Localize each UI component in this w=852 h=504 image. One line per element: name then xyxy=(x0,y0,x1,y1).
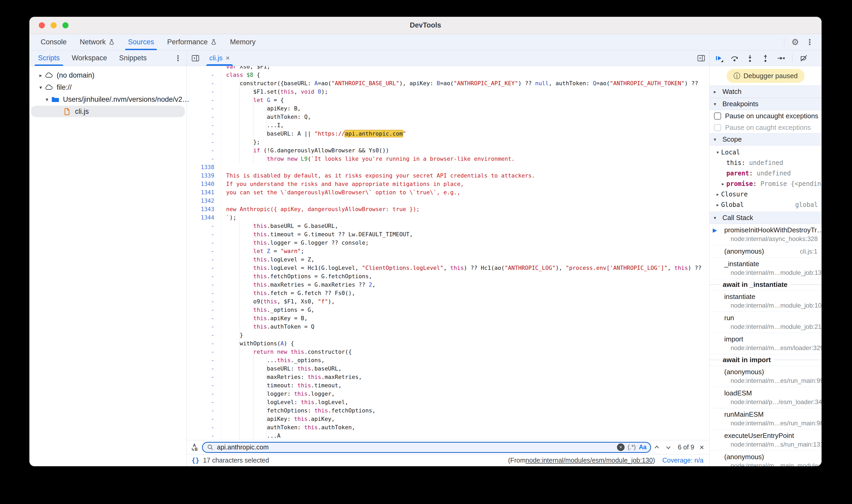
line-gutter[interactable]: - xyxy=(187,356,221,364)
line-gutter[interactable]: - xyxy=(187,281,221,289)
zoom-window-button[interactable] xyxy=(63,22,69,28)
code-line[interactable]: -this.logger = G.logger ?? console; xyxy=(187,239,709,247)
search-input[interactable] xyxy=(217,444,614,451)
sidebar-tab-snippets[interactable]: Snippets xyxy=(113,50,153,66)
scope-group-global[interactable]: ▸Globalglobal xyxy=(710,200,821,210)
previous-match-icon[interactable] xyxy=(654,444,660,450)
call-stack-frame-run[interactable]: runnode:internal/m…module_job:214 xyxy=(710,312,821,333)
chevron-down-icon[interactable]: ▾ xyxy=(43,96,51,103)
sidebar-tab-workspace[interactable]: Workspace xyxy=(66,50,113,66)
code-line[interactable]: -let Z = "warn"; xyxy=(187,247,709,255)
call-stack-frame-promiseinithookwithdestroytr[interactable]: promiseInitHookWithDestroyTr…node:intern… xyxy=(710,224,821,245)
chevron-right-icon[interactable]: ▸ xyxy=(37,72,45,78)
call-stack-frame-runmainesm[interactable]: runMainESMnode:internal/m…es/run_main:98 xyxy=(710,408,821,430)
code-line[interactable]: -}; xyxy=(187,138,709,146)
line-gutter[interactable]: - xyxy=(187,146,221,155)
code-line[interactable]: -constructor({baseURL: A=ao("ANTHROPIC_B… xyxy=(187,79,709,88)
line-gutter[interactable]: 1339 xyxy=(187,172,221,180)
tree-item-cli-js[interactable]: cli.js xyxy=(29,105,187,118)
scope-group-local[interactable]: ▾Local xyxy=(710,147,821,158)
replace-toggle-icon[interactable]: A↳B xyxy=(187,444,202,451)
line-gutter[interactable]: 1342 xyxy=(187,197,221,205)
code-line[interactable]: -maxRetries: this.maxRetries, xyxy=(187,373,709,381)
code-line[interactable]: -...this._options, xyxy=(187,356,709,364)
code-line[interactable]: -this.fetch = G.fetch ?? Fs0(), xyxy=(187,289,709,298)
section-scope[interactable]: ▾ Scope xyxy=(710,133,821,146)
line-gutter[interactable]: - xyxy=(187,314,221,323)
line-gutter[interactable]: - xyxy=(187,121,221,129)
more-options-menu-icon[interactable]: ⋮ xyxy=(806,38,814,46)
call-stack-frame-loadesm[interactable]: loadESMnode:internal/p…/esm_loader:34 xyxy=(710,387,821,408)
line-gutter[interactable]: - xyxy=(187,230,221,239)
line-gutter[interactable]: - xyxy=(187,390,221,398)
minimize-window-button[interactable] xyxy=(51,22,57,28)
code-line[interactable]: -this.fetchOptions = G.fetchOptions, xyxy=(187,272,709,281)
code-line[interactable]: -logger: this.logger, xyxy=(187,390,709,398)
sidebar-tab-scripts[interactable]: Scripts xyxy=(32,50,66,66)
code-line[interactable]: -this.timeout = G.timeout ?? Lw.DEFAULT_… xyxy=(187,230,709,239)
line-gutter[interactable]: - xyxy=(187,348,221,356)
call-stack-frame-anonymous[interactable]: (anonymous)node:internal/m…es/run_main:9… xyxy=(710,366,821,387)
source-mapped-from-link[interactable]: node:internal/modules/esm/module_job:130 xyxy=(526,456,653,464)
code-line[interactable]: 1343new Anthropic({ apiKey, dangerouslyA… xyxy=(187,205,709,213)
line-gutter[interactable]: - xyxy=(187,104,221,113)
close-find-bar-icon[interactable]: × xyxy=(699,443,704,452)
line-gutter[interactable]: - xyxy=(187,129,221,138)
line-gutter[interactable]: - xyxy=(187,323,221,331)
step-into-button[interactable] xyxy=(746,54,754,62)
close-tab-icon[interactable]: × xyxy=(226,54,230,62)
code-line[interactable]: -class $8 { xyxy=(187,71,709,79)
line-gutter[interactable]: - xyxy=(187,247,221,255)
step-out-button[interactable] xyxy=(761,54,770,62)
line-gutter[interactable]: - xyxy=(187,79,221,88)
code-line[interactable]: -baseURL: A || "https://api.anthropic.co… xyxy=(187,129,709,138)
line-gutter[interactable]: - xyxy=(187,331,221,339)
step-button[interactable] xyxy=(777,54,785,62)
code-line[interactable]: 1340If you understand the risks and have… xyxy=(187,180,709,188)
toggle-debugger-pane-icon[interactable] xyxy=(697,54,706,63)
resume-script-button[interactable] xyxy=(715,54,723,62)
main-tab-memory[interactable]: Memory xyxy=(224,34,262,50)
line-gutter[interactable]: - xyxy=(187,364,221,373)
code-line[interactable]: var Xs0, $F1; xyxy=(187,66,709,71)
clear-search-icon[interactable]: × xyxy=(617,444,625,451)
coverage-link[interactable]: Coverage: n/a xyxy=(662,456,704,464)
match-case-toggle[interactable]: Aa xyxy=(639,444,646,451)
call-stack-frame-instantiate[interactable]: instantiatenode:internal/m…module_job:10… xyxy=(710,291,821,312)
line-gutter[interactable] xyxy=(187,66,221,71)
code-line[interactable]: -this.apiKey = B, xyxy=(187,314,709,323)
close-window-button[interactable] xyxy=(39,22,45,28)
line-gutter[interactable]: - xyxy=(187,272,221,281)
line-gutter[interactable]: - xyxy=(187,432,221,440)
line-gutter[interactable]: - xyxy=(187,155,221,163)
code-line[interactable]: 1341you can set the \`dangerouslyAllowBr… xyxy=(187,188,709,197)
line-gutter[interactable]: - xyxy=(187,138,221,146)
line-gutter[interactable]: 1338 xyxy=(187,163,221,172)
settings-gear-icon[interactable]: ⚙ xyxy=(791,38,799,47)
code-line[interactable]: -...A xyxy=(187,432,709,440)
toggle-navigator-icon[interactable] xyxy=(191,54,200,63)
pretty-print-icon[interactable]: {} xyxy=(192,456,199,464)
scope-variable-promise[interactable]: ▸promise: Promise {<pending>} xyxy=(710,179,821,189)
main-tab-sources[interactable]: Sources xyxy=(122,34,161,50)
section-watch[interactable]: ▸ Watch xyxy=(710,86,821,98)
line-gutter[interactable]: 1344 xyxy=(187,213,221,222)
code-line[interactable]: -let G = { xyxy=(187,96,709,104)
code-line[interactable]: -if (!G.dangerouslyAllowBrowser && Ys0()… xyxy=(187,146,709,155)
step-over-button[interactable] xyxy=(730,54,739,62)
line-gutter[interactable]: - xyxy=(187,339,221,348)
code-line[interactable]: -this.logLevel = Hc1(G.logLevel, "Client… xyxy=(187,264,709,272)
line-gutter[interactable]: - xyxy=(187,423,221,432)
code-viewer[interactable]: var Xs0, $F1;-class $8 {-constructor({ba… xyxy=(187,66,709,440)
line-gutter[interactable]: - xyxy=(187,71,221,79)
line-gutter[interactable]: 1341 xyxy=(187,188,221,197)
code-line[interactable]: -this.authToken = Q xyxy=(187,323,709,331)
code-line[interactable]: -throw new L9(`It looks like you're runn… xyxy=(187,155,709,163)
line-gutter[interactable]: - xyxy=(187,381,221,390)
call-stack-frame-instantiate[interactable]: _instantiatenode:internal/m…module_job:1… xyxy=(710,258,821,279)
line-gutter[interactable]: - xyxy=(187,415,221,423)
call-stack-frame-executeuserentrypoint[interactable]: executeUserEntryPointnode:internal/m…s/r… xyxy=(710,430,821,451)
code-line[interactable]: 1338 xyxy=(187,163,709,172)
tree-item-users-jinhuilee-nvm-versions-node-v2[interactable]: ▾Users/jinhuilee/.nvm/versions/node/v2… xyxy=(29,93,187,105)
section-call-stack[interactable]: ▾ Call Stack xyxy=(710,212,821,224)
